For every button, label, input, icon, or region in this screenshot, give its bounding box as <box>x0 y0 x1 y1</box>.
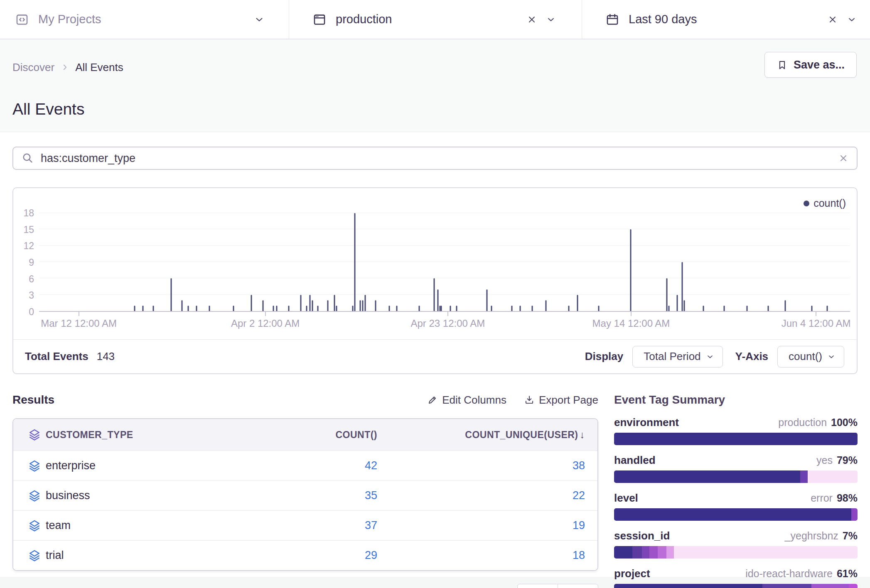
tag-bar-segment[interactable] <box>614 470 800 483</box>
environment-filter[interactable]: production <box>289 0 582 39</box>
search-input[interactable] <box>41 152 838 165</box>
x-axis-tick-label: Jun 4 12:00 AM <box>782 318 851 329</box>
tag-bar-segment[interactable] <box>811 584 849 588</box>
row-count-link[interactable]: 42 <box>365 459 377 472</box>
project-filter[interactable]: My Projects <box>0 0 289 39</box>
date-range-filter[interactable]: Last 90 days <box>582 0 870 39</box>
chart-bar <box>456 306 457 311</box>
tag-key: project <box>614 567 650 580</box>
chevron-down-icon[interactable] <box>546 15 556 24</box>
tag-bar <box>614 433 858 445</box>
chart-bar <box>288 306 290 311</box>
breadcrumb-discover-link[interactable]: Discover <box>12 61 54 74</box>
tag-summary-row: project ido-react-hardware 61% <box>614 567 858 588</box>
chart-legend-item[interactable]: count() <box>804 197 846 209</box>
row-count-unique-link[interactable]: 22 <box>573 489 585 502</box>
search-bar[interactable] <box>12 147 858 170</box>
clear-search-icon[interactable] <box>838 153 848 163</box>
tag-bar-segment[interactable] <box>614 584 762 588</box>
y-axis-tick-label: 15 <box>13 224 34 235</box>
x-axis-tick-label: Apr 23 12:00 AM <box>410 318 485 329</box>
row-count-link[interactable]: 29 <box>365 549 377 561</box>
gridline <box>39 229 850 229</box>
row-count-link[interactable]: 37 <box>365 519 377 532</box>
table-row[interactable]: team 37 19 <box>13 510 597 540</box>
table-row[interactable]: business 35 22 <box>13 480 597 510</box>
stack-icon[interactable] <box>13 460 46 472</box>
chevron-down-icon <box>706 353 714 361</box>
chart-bar <box>188 306 189 311</box>
x-axis-tick-mark <box>816 312 816 316</box>
tag-bar-segment[interactable] <box>851 508 858 521</box>
tag-bar-segment[interactable] <box>849 584 858 588</box>
chart-bar <box>683 300 685 311</box>
chart-bar <box>196 306 197 311</box>
stack-icon[interactable] <box>13 490 46 502</box>
row-count-unique-link[interactable]: 38 <box>573 459 585 472</box>
display-dropdown[interactable]: Total Period <box>632 346 723 368</box>
stack-icon[interactable] <box>13 429 46 441</box>
tag-bar-segment[interactable] <box>614 546 632 559</box>
tag-top-value: production <box>778 416 827 429</box>
page-title: All Events <box>12 100 857 118</box>
edit-columns-button[interactable]: Edit Columns <box>427 394 506 407</box>
results-table-header: CUSTOMER_TYPE COUNT() COUNT_UNIQUE(USER)… <box>13 419 597 451</box>
yaxis-dropdown[interactable]: count() <box>777 346 844 368</box>
stack-icon[interactable] <box>13 519 46 532</box>
stack-icon[interactable] <box>13 549 46 562</box>
tag-bar-segment[interactable] <box>642 546 649 559</box>
tag-top-value: yes <box>816 454 833 466</box>
column-header-count[interactable]: COUNT() <box>286 429 390 441</box>
chart-bar <box>491 306 492 311</box>
tag-bar-segment[interactable] <box>762 584 811 588</box>
close-icon[interactable] <box>527 15 537 24</box>
pagination-previous-button[interactable] <box>517 584 558 588</box>
row-customer-type: team <box>46 519 286 532</box>
tag-bar <box>614 508 858 521</box>
projects-icon <box>15 12 29 27</box>
export-page-button[interactable]: Export Page <box>524 394 598 407</box>
chart-bar <box>309 295 310 311</box>
tag-percent: 61% <box>837 568 858 580</box>
breadcrumb: Discover All Events <box>12 61 857 74</box>
row-count-link[interactable]: 35 <box>365 489 377 502</box>
chart-bar <box>359 300 361 311</box>
pagination-next-button[interactable] <box>558 584 598 588</box>
tag-bar-segment[interactable] <box>674 546 858 559</box>
tag-summary-row: handled yes 79% <box>614 454 858 483</box>
row-count-unique-link[interactable]: 18 <box>573 549 585 561</box>
tag-bar-segment[interactable] <box>808 470 858 483</box>
chart-x-labels: Mar 12 12:00 AMApr 2 12:00 AMApr 23 12:0… <box>39 318 850 330</box>
y-axis-tick-label: 12 <box>13 240 34 251</box>
tag-bar-segment[interactable] <box>614 433 858 445</box>
save-as-button[interactable]: Save as... <box>764 52 857 78</box>
tag-bar-segment[interactable] <box>649 546 658 559</box>
y-axis-tick-label: 18 <box>13 208 34 218</box>
chart-bar <box>362 300 363 311</box>
close-icon[interactable] <box>828 15 838 24</box>
legend-label: count() <box>813 197 846 209</box>
table-row[interactable]: trial 29 18 <box>13 540 597 570</box>
gridline <box>39 213 850 213</box>
tag-bar-segment[interactable] <box>658 546 666 559</box>
column-header-count-unique[interactable]: COUNT_UNIQUE(USER)↓ <box>390 429 597 441</box>
chevron-down-icon[interactable] <box>254 14 265 25</box>
chart-bar <box>306 306 307 311</box>
row-count-unique-link[interactable]: 19 <box>573 519 585 532</box>
tag-summary-row: environment production 100% <box>614 416 858 445</box>
chart-bar <box>300 295 302 311</box>
tag-bar-segment[interactable] <box>666 546 674 559</box>
search-icon <box>22 152 34 164</box>
yaxis-dropdown-value: count() <box>789 350 822 363</box>
display-dropdown-value: Total Period <box>644 350 700 363</box>
chart-bar <box>703 306 704 311</box>
column-header-customer-type[interactable]: CUSTOMER_TYPE <box>46 429 286 441</box>
table-row[interactable]: enterprise 42 38 <box>13 451 597 480</box>
chart-bar <box>276 306 277 311</box>
tag-bar-segment[interactable] <box>632 546 642 559</box>
chevron-down-icon[interactable] <box>847 15 857 24</box>
tag-bar-segment[interactable] <box>800 470 808 483</box>
tag-bar-segment[interactable] <box>614 508 851 521</box>
environment-filter-label: production <box>336 12 392 26</box>
breadcrumb-chevron-icon <box>60 63 69 72</box>
